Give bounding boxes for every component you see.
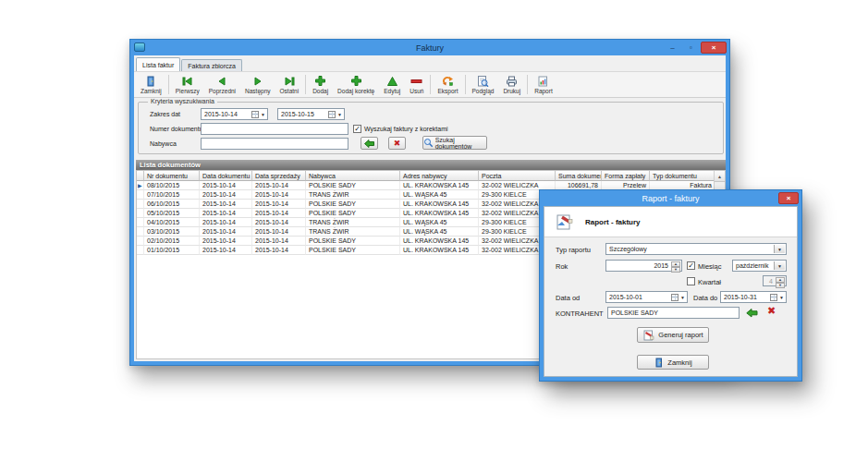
data-od-label: Data od (556, 294, 580, 302)
col-forma-zaplaty[interactable]: Forma zapłaty (602, 171, 650, 181)
col-poczta[interactable]: Poczta (479, 171, 556, 181)
arrow-left-green-icon[interactable] (746, 309, 758, 318)
col-data-sprzedazy[interactable]: Data sprzedaży (252, 171, 306, 181)
drukuj-button[interactable]: Drukuj (498, 73, 525, 96)
dialog-close-button[interactable]: × (778, 192, 799, 204)
dialog-titlebar[interactable]: Raport - faktury × (540, 190, 801, 206)
report-icon (537, 75, 549, 87)
szukaj-dokumentow-button[interactable]: Szukaj dokumentów (422, 136, 487, 150)
rok-spinner[interactable]: 2015 ▲▼ (605, 260, 682, 272)
selected-row-marker: ▶ (138, 183, 142, 188)
door-exit-icon (654, 358, 664, 368)
kontrahent-clear-icon[interactable]: ✖ (767, 307, 776, 315)
chevron-down-icon[interactable]: ▼ (774, 261, 785, 270)
poprzedni-button[interactable]: Poprzedni (204, 73, 240, 96)
col-nabywca[interactable]: Nabywca (306, 171, 400, 181)
preview-magnifier-icon (477, 75, 489, 87)
chevron-down-icon[interactable]: ▼ (680, 295, 685, 300)
zakres-dat-label: Zakres dat (150, 111, 180, 117)
report-dialog: Raport - faktury × Raport - faktury Typ … (539, 189, 802, 382)
tab-lista-faktur[interactable]: Lista faktur (136, 57, 180, 71)
eksport-button[interactable]: Eksport (433, 73, 462, 96)
minus-icon (410, 75, 422, 87)
main-window-title: Faktury (130, 43, 729, 53)
chevron-down-icon[interactable]: ▼ (774, 245, 785, 253)
grid-header-row: Nr dokumentu Data dokumentu Data sprzeda… (137, 171, 725, 181)
raport-button[interactable]: Raport (530, 73, 557, 96)
dialog-header-title: Raport - faktury (585, 218, 641, 226)
arrow-left-icon (216, 75, 227, 87)
dodaj-korekte-button[interactable]: Dodaj korektę (333, 73, 379, 96)
chevron-down-icon[interactable]: ▼ (779, 295, 784, 300)
door-exit-icon (145, 75, 156, 87)
kwartal-checkbox[interactable] (687, 277, 695, 285)
miesiac-checkbox-label: Miesiąc (698, 262, 721, 271)
report-small-icon (642, 330, 654, 341)
nabywca-input[interactable] (201, 138, 348, 150)
kontrahent-label: KONTRAHENT (556, 309, 604, 318)
calendar-icon (671, 294, 679, 301)
maximize-button[interactable]: ▫ (682, 42, 700, 53)
scroll-up-icon[interactable]: ▲ (715, 171, 725, 182)
printer-icon (506, 75, 518, 87)
calendar-icon (770, 294, 777, 301)
kwartal-spinner[interactable]: 4 ▲▼ (763, 275, 787, 286)
zamknij-button[interactable]: Zamknij (136, 73, 166, 96)
typ-raportu-label: Typ raportu (556, 246, 591, 254)
numer-dokumentu-label: Numer dokumentu (150, 126, 203, 132)
numer-dokumentu-input[interactable] (201, 123, 348, 135)
pierwszy-button[interactable]: Pierwszy (171, 73, 204, 96)
data-do-picker[interactable]: 2015-10-31 ▼ (720, 291, 787, 303)
podglad-button[interactable]: Podgląd (468, 73, 499, 96)
generuj-raport-button[interactable]: Generuj raport (637, 327, 709, 343)
arrow-left-green-icon (364, 140, 374, 148)
edytuj-button[interactable]: Edytuj (379, 73, 405, 96)
dialog-header: Raport - faktury (544, 207, 797, 237)
chevron-down-icon[interactable]: ▼ (337, 112, 342, 117)
ostatni-button[interactable]: Ostatni (275, 73, 304, 96)
export-refresh-icon (442, 75, 454, 87)
miesiac-combo[interactable]: październik ▼ (732, 260, 787, 272)
chevron-down-icon[interactable]: ▼ (261, 112, 265, 117)
nabywca-pick-button[interactable] (361, 137, 378, 150)
triangle-up-icon (386, 75, 398, 87)
data-od-picker[interactable]: 2015-10-01 ▼ (605, 291, 688, 303)
tab-faktura-zbiorcza[interactable]: Faktura zbiorcza (181, 59, 242, 71)
plus-icon (350, 75, 362, 87)
dialog-client-area: Raport - faktury Typ raportu Szczegółowy… (544, 206, 798, 377)
col-suma-dokumentu[interactable]: Suma dokumentu (556, 171, 602, 181)
magnifier-icon (423, 138, 433, 148)
korekty-checkbox-label: Wyszukaj faktury z korektami (364, 126, 448, 132)
korekty-checkbox[interactable]: ✓ (353, 125, 361, 133)
date-to-picker[interactable]: 2015-10-15 ▼ (277, 108, 345, 120)
minimize-button[interactable]: – (664, 42, 681, 53)
miesiac-checkbox[interactable]: ✓ (687, 261, 695, 270)
main-titlebar[interactable]: Faktury – ▫ × (130, 40, 729, 55)
arrow-right-icon (252, 75, 263, 87)
col-data-dokumentu[interactable]: Data dokumentu (200, 171, 252, 181)
kontrahent-input[interactable]: POLSKIE SADY (607, 307, 740, 319)
col-adres-nabywcy[interactable]: Adres nabywcy (400, 171, 479, 181)
criteria-group-title: Kryteria wyszukiwania (148, 98, 217, 104)
spinner-buttons[interactable]: ▲▼ (671, 261, 680, 270)
rok-label: Rok (556, 262, 568, 271)
kwartal-checkbox-label: Kwartał (698, 278, 721, 286)
dialog-title: Raport - faktury (540, 194, 801, 203)
nastepny-button[interactable]: Następny (240, 73, 275, 96)
typ-raportu-combo[interactable]: Szczegółowy ▼ (605, 243, 787, 255)
calendar-icon (328, 111, 336, 118)
toolbar-separator (305, 75, 306, 94)
nabywca-label: Nabywca (150, 140, 177, 147)
list-caption: Lista dokumentów (136, 160, 726, 170)
calendar-icon (251, 111, 259, 118)
col-nr-dokumentu[interactable]: Nr dokumentu (144, 171, 200, 181)
nabywca-clear-button[interactable]: ✖ (388, 137, 406, 150)
date-from-picker[interactable]: 2015-10-14 ▼ (201, 108, 268, 120)
close-button[interactable]: × (701, 42, 727, 54)
clear-x-icon: ✖ (394, 140, 401, 148)
usun-button[interactable]: Usuń (405, 73, 428, 96)
spinner-buttons[interactable]: ▲▼ (776, 277, 785, 285)
dialog-zamknij-button[interactable]: Zamknij (637, 355, 709, 370)
dodaj-button[interactable]: Dodaj (308, 73, 333, 96)
col-typ-dokumentu[interactable]: Typ dokumentu (650, 171, 715, 181)
